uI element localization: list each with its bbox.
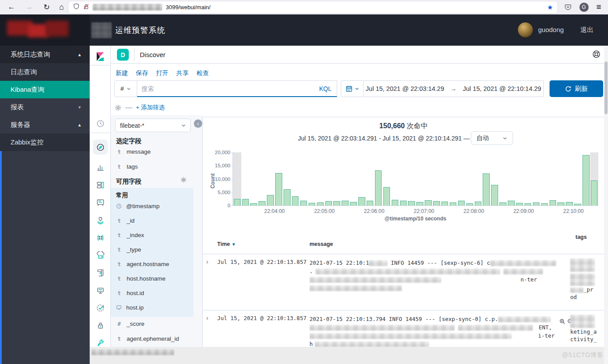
- company-logo-redacted: [0, 14, 90, 46]
- search-input[interactable]: [137, 85, 314, 92]
- sidebar-item-label: 系统日志查询: [11, 50, 50, 59]
- machine-learning-icon[interactable]: [90, 229, 111, 246]
- canvas-icon[interactable]: [90, 194, 111, 211]
- help-icon[interactable]: [592, 50, 601, 60]
- inspect-button[interactable]: 检查: [197, 69, 209, 77]
- field-item-tags[interactable]: ttags: [116, 163, 138, 170]
- popular-fields-panel: 常用 @timestampt_idt_indext_typetagent.hos…: [111, 188, 193, 317]
- sidebar-item-kibana-query[interactable]: Kibana查询: [0, 81, 90, 98]
- field-item-host.ip[interactable]: host.ip: [116, 304, 144, 311]
- sort-desc-icon: ▼: [231, 242, 236, 247]
- field-item-_index[interactable]: t_index: [116, 232, 144, 238]
- dashboard-icon[interactable]: [90, 177, 111, 193]
- filter-settings-gear-icon[interactable]: [114, 104, 122, 112]
- histogram-bar: [457, 152, 466, 205]
- query-language-button[interactable]: KQL: [314, 85, 337, 92]
- browser-reload-button[interactable]: ↻: [40, 1, 53, 13]
- time-column-header[interactable]: Time ▼: [217, 241, 236, 247]
- metrics-cloud-icon[interactable]: [90, 247, 111, 263]
- discover-app-badge[interactable]: D: [117, 49, 129, 61]
- field-item-host.id[interactable]: thost.id: [116, 290, 144, 296]
- visualize-chart-icon[interactable]: [90, 159, 111, 176]
- bookmark-star-icon[interactable]: ★: [547, 4, 553, 11]
- field-name: message: [127, 148, 151, 155]
- maps-pin-icon[interactable]: [90, 212, 111, 228]
- expand-row-icon[interactable]: ›: [206, 314, 208, 321]
- field-item-_id[interactable]: t_id: [116, 217, 135, 224]
- breadcrumb: Discover: [140, 51, 165, 58]
- browser-home-button[interactable]: ⌂: [55, 1, 68, 13]
- available-fields-heading: 可用字段: [116, 177, 142, 186]
- field-item-_score[interactable]: #_score: [116, 321, 145, 327]
- kibana-header: D Discover: [111, 46, 604, 64]
- selected-fields-heading: 选定字段: [116, 137, 142, 145]
- siem-lock-icon[interactable]: [90, 317, 111, 334]
- field-item-message[interactable]: tmessage: [116, 148, 151, 155]
- browser-profile-avatar[interactable]: G: [578, 1, 590, 13]
- new-button[interactable]: 新建: [116, 69, 128, 77]
- uptime-check-icon[interactable]: [90, 299, 111, 316]
- field-item-_type[interactable]: t_type: [116, 246, 141, 253]
- browser-forward-button[interactable]: →: [23, 1, 35, 13]
- index-pattern-select[interactable]: filebeat-*: [115, 119, 191, 132]
- y-tick-label: 10,000: [215, 177, 230, 182]
- histogram-bar: [258, 152, 266, 205]
- discover-compass-icon[interactable]: [90, 139, 111, 155]
- field-name: host.hostname: [127, 275, 166, 282]
- field-item-agent.hostname[interactable]: tagent.hostname: [116, 261, 169, 267]
- histogram-bar: [366, 152, 374, 205]
- field-item-agent.ephemeral_id[interactable]: tagent.ephemeral_id: [116, 335, 179, 342]
- apm-icon[interactable]: [90, 282, 111, 299]
- date-picker-quick-menu[interactable]: [341, 80, 364, 97]
- filter-for-value-icon[interactable]: [559, 318, 565, 327]
- field-item-@timestamp[interactable]: @timestamp: [116, 203, 160, 209]
- lock-slash-icon: [83, 4, 89, 11]
- field-name: _score: [127, 321, 145, 327]
- sidebar-item-servers[interactable]: 服务器 ▲: [0, 116, 90, 133]
- dash-divider: —: [125, 104, 132, 112]
- popular-heading: 常用: [116, 191, 128, 199]
- pocket-icon[interactable]: [562, 1, 574, 13]
- browser-back-button[interactable]: ←: [5, 1, 18, 13]
- date-range-picker[interactable]: Jul 15, 2021 @ 22:03:14.29 → Jul 15, 202…: [364, 80, 544, 97]
- sidebar-item-system-log-query[interactable]: 系统日志查询 ▲: [0, 46, 90, 63]
- collapse-sidebar-button[interactable]: ‹: [194, 119, 202, 128]
- x-tick-label: 22:08:00: [463, 208, 484, 214]
- sidebar-item-label: 报表: [11, 103, 24, 112]
- browser-menu-button[interactable]: ≡: [593, 1, 605, 13]
- discover-fields-sidebar: filebeat-* ‹ 选定字段 可用字段 常用 @timestampt_id…: [111, 115, 202, 347]
- expand-row-icon[interactable]: ›: [206, 258, 208, 265]
- browser-address-bar[interactable]: 3099/webui/main/ ★: [69, 1, 557, 13]
- sidebar-item-reports[interactable]: 报表 ▼: [0, 98, 90, 116]
- sidebar-item-log-query[interactable]: 日志查询: [0, 63, 90, 81]
- open-button[interactable]: 打开: [156, 69, 168, 77]
- field-item-host.hostname[interactable]: thost.hostname: [116, 275, 166, 282]
- kibana-logo[interactable]: [90, 48, 111, 65]
- scrollbar-thumb[interactable]: [604, 61, 608, 114]
- field-settings-gear-icon[interactable]: [180, 177, 187, 185]
- sidebar-item-zabbix[interactable]: Zabbix监控: [0, 133, 90, 151]
- scrollbar[interactable]: [604, 46, 608, 364]
- share-button[interactable]: 共享: [176, 69, 189, 77]
- add-filter-link[interactable]: + 添加筛选: [136, 104, 165, 112]
- save-button[interactable]: 保存: [136, 69, 148, 77]
- table-row: › Jul 15, 2021 @ 22:10:13.857 2021-07-15…: [203, 310, 604, 348]
- search-bar: KQL: [137, 80, 337, 97]
- user-avatar[interactable]: [518, 22, 533, 37]
- histogram-bar: [382, 152, 391, 205]
- recently-viewed-clock-icon[interactable]: [90, 115, 111, 132]
- histogram-bar: [524, 152, 532, 205]
- logs-scroll-icon[interactable]: [90, 264, 111, 281]
- saved-query-menu-button[interactable]: #: [114, 80, 137, 97]
- histogram-bar: [241, 152, 250, 205]
- histogram-bar: [574, 152, 582, 205]
- date-from[interactable]: Jul 15, 2021 @ 22:03:14.29: [366, 85, 444, 92]
- chart-plot-area: 05,00010,00015,00020,000 22:04:0022:05:0…: [233, 152, 598, 206]
- interval-select[interactable]: 自动: [471, 131, 513, 145]
- table-row: › Jul 15, 2021 @ 22:10:13.857 2021-07-15…: [203, 254, 604, 310]
- histogram-bar: [408, 152, 416, 205]
- refresh-button[interactable]: 刷新: [550, 80, 603, 97]
- interval-value: 自动: [477, 134, 489, 142]
- date-to[interactable]: Jul 15, 2021 @ 22:10:14.29: [463, 85, 541, 92]
- logout-button[interactable]: 退出: [580, 26, 593, 34]
